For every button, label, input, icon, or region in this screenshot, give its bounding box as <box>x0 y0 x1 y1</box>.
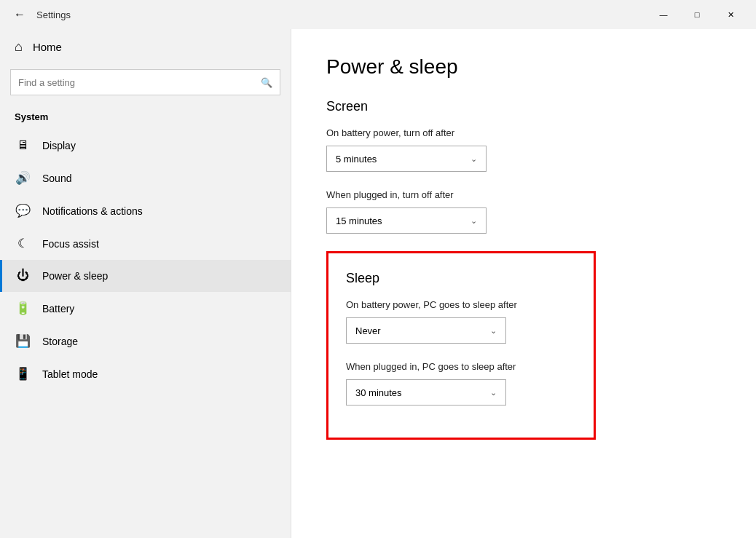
sidebar-item-power[interactable]: ⏻ Power & sleep <box>0 260 291 292</box>
sidebar-item-notifications[interactable]: 💬 Notifications & actions <box>0 194 291 227</box>
back-button[interactable]: ← <box>9 4 31 25</box>
sidebar-item-battery[interactable]: 🔋 Battery <box>0 292 291 325</box>
sidebar: ⌂ Home 🔍 System 🖥 Display 🔊 Sound 💬 Noti… <box>0 29 291 538</box>
battery-sleep-dropdown[interactable]: Never ⌄ <box>346 317 506 344</box>
sidebar-item-label-sound: Sound <box>42 173 71 184</box>
close-button[interactable]: ✕ <box>714 0 747 29</box>
search-icon: 🔍 <box>261 77 272 88</box>
minimize-button[interactable]: — <box>647 0 680 29</box>
sidebar-item-label-storage: Storage <box>42 336 78 347</box>
sidebar-item-tablet[interactable]: 📱 Tablet mode <box>0 357 291 390</box>
sleep-section: Sleep On battery power, PC goes to sleep… <box>326 251 596 440</box>
power-icon: ⏻ <box>15 269 31 283</box>
notifications-icon: 💬 <box>15 203 31 218</box>
plugged-sleep-dropdown[interactable]: 30 minutes ⌄ <box>346 379 506 406</box>
page-title: Power & sleep <box>326 55 721 79</box>
sidebar-item-label-focus: Focus assist <box>42 238 99 250</box>
display-icon: 🖥 <box>15 138 31 153</box>
plugged-screen-value: 15 minutes <box>336 215 382 226</box>
storage-icon: 💾 <box>15 333 31 349</box>
battery-screen-dropdown[interactable]: 5 minutes ⌄ <box>326 146 487 172</box>
title-bar: ← Settings — □ ✕ <box>0 0 756 29</box>
maximize-button[interactable]: □ <box>680 0 714 29</box>
sidebar-item-display[interactable]: 🖥 Display <box>0 130 291 162</box>
plugged-sleep-group: When plugged in, PC goes to sleep after … <box>346 361 576 406</box>
focus-icon: ☾ <box>15 236 31 251</box>
sidebar-item-storage[interactable]: 💾 Storage <box>0 325 291 357</box>
tablet-icon: 📱 <box>15 366 31 381</box>
sidebar-item-focus[interactable]: ☾ Focus assist <box>0 227 291 260</box>
search-input[interactable] <box>18 77 261 88</box>
battery-screen-label: On battery power, turn off after <box>326 127 721 138</box>
plugged-screen-arrow-icon: ⌄ <box>470 216 477 226</box>
content-area: Power & sleep Screen On battery power, t… <box>291 29 756 538</box>
battery-icon: 🔋 <box>15 301 31 316</box>
app-body: ⌂ Home 🔍 System 🖥 Display 🔊 Sound 💬 Noti… <box>0 29 756 538</box>
sidebar-item-label-display: Display <box>42 140 76 151</box>
sidebar-item-label-notifications: Notifications & actions <box>42 205 143 217</box>
search-box[interactable]: 🔍 <box>10 69 280 95</box>
screen-section-title: Screen <box>326 99 721 114</box>
battery-screen-group: On battery power, turn off after 5 minut… <box>326 127 721 172</box>
app-title: Settings <box>31 9 647 20</box>
sleep-section-title: Sleep <box>346 271 576 286</box>
window-controls: — □ ✕ <box>647 0 747 29</box>
sound-icon: 🔊 <box>15 170 31 186</box>
battery-sleep-value: Never <box>355 325 381 336</box>
sidebar-item-label-battery: Battery <box>42 303 74 315</box>
sidebar-item-label-power: Power & sleep <box>42 270 108 282</box>
plugged-sleep-value: 30 minutes <box>355 387 402 398</box>
home-label: Home <box>33 41 62 53</box>
plugged-screen-dropdown[interactable]: 15 minutes ⌄ <box>326 207 487 234</box>
sidebar-item-label-tablet: Tablet mode <box>42 368 98 380</box>
plugged-screen-label: When plugged in, turn off after <box>326 189 721 200</box>
plugged-screen-group: When plugged in, turn off after 15 minut… <box>326 189 721 234</box>
sidebar-home[interactable]: ⌂ Home <box>0 29 291 65</box>
sidebar-item-sound[interactable]: 🔊 Sound <box>0 162 291 194</box>
plugged-sleep-label: When plugged in, PC goes to sleep after <box>346 361 576 372</box>
home-icon: ⌂ <box>15 39 23 55</box>
battery-sleep-group: On battery power, PC goes to sleep after… <box>346 299 576 344</box>
battery-screen-arrow-icon: ⌄ <box>470 154 477 164</box>
battery-sleep-label: On battery power, PC goes to sleep after <box>346 299 576 310</box>
battery-sleep-arrow-icon: ⌄ <box>490 326 497 336</box>
battery-screen-value: 5 minutes <box>336 154 377 165</box>
plugged-sleep-arrow-icon: ⌄ <box>490 388 497 397</box>
sidebar-section-title: System <box>0 106 291 130</box>
